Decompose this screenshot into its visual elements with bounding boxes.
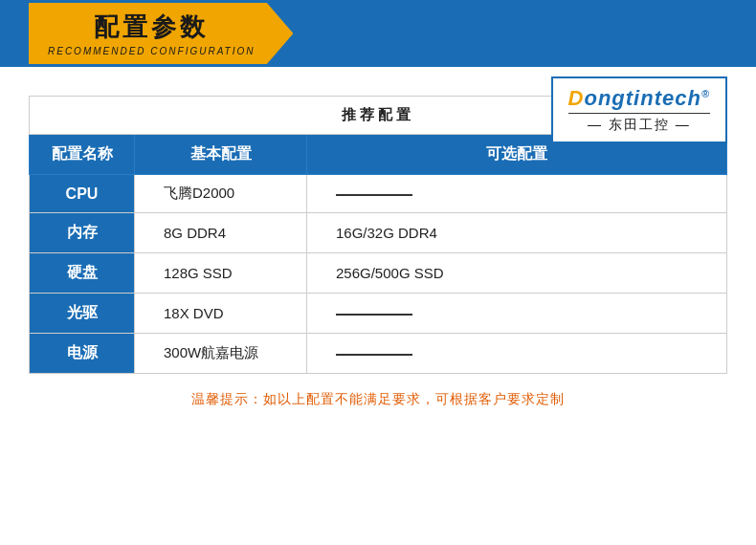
- row-basic-1: 8G DDR4: [135, 213, 307, 253]
- row-label-1: 内存: [30, 213, 135, 253]
- table-row: 电源300W航嘉电源: [30, 334, 727, 374]
- table-row: CPU飞腾D2000: [30, 175, 727, 213]
- row-label-0: CPU: [30, 175, 135, 213]
- header-title-sub: RECOMMENDED CONFIGURATION: [48, 46, 255, 56]
- row-basic-3: 18X DVD: [135, 294, 307, 334]
- logo-rest: ongtintech: [584, 86, 700, 110]
- dash-line-0: [336, 194, 412, 196]
- row-label-3: 光驱: [30, 294, 135, 334]
- logo-area: Dongtintech® — 东田工控 —: [551, 76, 727, 143]
- dash-line-4: [336, 354, 412, 356]
- table-body: CPU飞腾D2000内存8G DDR416G/32G DDR4硬盘128G SS…: [30, 175, 727, 374]
- footer-note: 温馨提示：如以上配置不能满足要求，可根据客户要求定制: [29, 391, 727, 408]
- logo-registered: ®: [701, 88, 710, 99]
- table-row: 光驱18X DVD: [30, 294, 727, 334]
- page-wrapper: 配置参数 RECOMMENDED CONFIGURATION Dongtinte…: [0, 0, 756, 545]
- header-title-block: 配置参数 RECOMMENDED CONFIGURATION: [29, 3, 293, 64]
- dash-line-3: [336, 314, 412, 316]
- row-basic-0: 飞腾D2000: [135, 175, 307, 213]
- table-row: 硬盘128G SSD256G/500G SSD: [30, 253, 727, 294]
- row-optional-0: [307, 175, 727, 213]
- logo-brand: Dongtintech®: [568, 86, 710, 111]
- row-optional-2: 256G/500G SSD: [307, 253, 727, 294]
- col-header-basic: 基本配置: [135, 135, 307, 175]
- col-header-name: 配置名称: [30, 135, 135, 175]
- row-basic-2: 128G SSD: [135, 253, 307, 294]
- row-label-4: 电源: [30, 334, 135, 374]
- header-title-main: 配置参数: [94, 11, 209, 44]
- row-basic-4: 300W航嘉电源: [135, 334, 307, 374]
- table-row: 内存8G DDR416G/32G DDR4: [30, 213, 727, 253]
- row-optional-3: [307, 294, 727, 334]
- logo-chinese: — 东田工控 —: [568, 113, 710, 134]
- row-optional-4: [307, 334, 727, 374]
- row-optional-1: 16G/32G DDR4: [307, 213, 727, 253]
- row-label-2: 硬盘: [30, 253, 135, 294]
- header-banner: 配置参数 RECOMMENDED CONFIGURATION: [0, 0, 756, 67]
- logo-D: D: [568, 86, 585, 110]
